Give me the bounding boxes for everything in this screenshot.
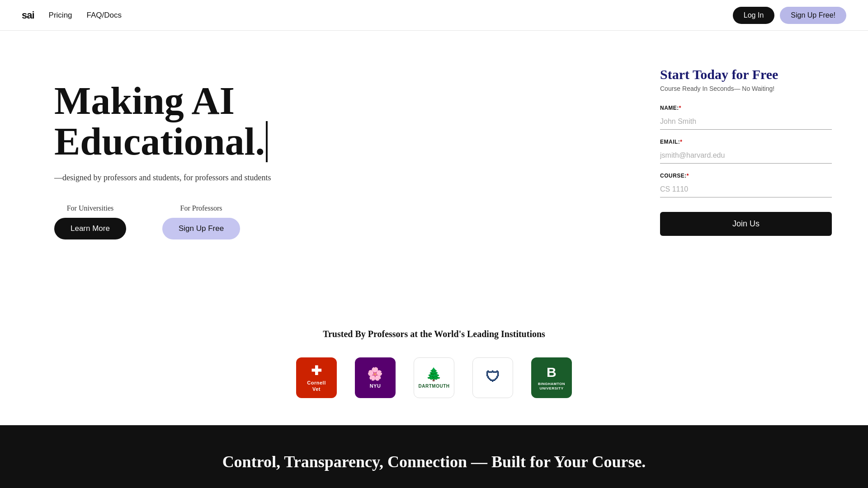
nyu-icon: 🌸 bbox=[367, 366, 383, 381]
nav-link-faq[interactable]: FAQ/Docs bbox=[87, 11, 122, 20]
signup-button-nav[interactable]: Sign Up Free! bbox=[780, 7, 846, 24]
email-field-group: EMAIL:* bbox=[660, 139, 832, 164]
name-input[interactable] bbox=[660, 114, 832, 130]
join-button[interactable]: Join Us bbox=[660, 212, 832, 236]
name-label: NAME:* bbox=[660, 105, 832, 111]
hero-cta-row: For Universities Learn More For Professo… bbox=[54, 204, 371, 239]
logo-binghamton: B BINGHAMTONUNIVERSITY bbox=[531, 357, 572, 398]
signup-free-button[interactable]: Sign Up Free bbox=[162, 218, 240, 239]
email-input[interactable] bbox=[660, 148, 832, 164]
trusted-title: Trusted By Professors at the World's Lea… bbox=[36, 329, 832, 339]
hero-title: Making AI Educational. bbox=[54, 80, 371, 162]
form-subtitle: Course Ready In Seconds— No Waiting! bbox=[660, 85, 832, 92]
nav-link-pricing[interactable]: Pricing bbox=[49, 11, 72, 20]
binghamton-icon: B bbox=[547, 365, 557, 380]
nav-right: Log In Sign Up Free! bbox=[733, 7, 846, 24]
hero-subtitle: —designed by professors and students, fo… bbox=[54, 173, 371, 183]
cta-professors: For Professors Sign Up Free bbox=[162, 204, 240, 239]
course-label: COURSE:* bbox=[660, 173, 832, 179]
logos-row: ✚ CornellVet 🌸 NYU 🌲 DARTMOUTH 🛡 B BINGH… bbox=[36, 357, 832, 398]
dark-section: Control, Transparency, Connection — Buil… bbox=[0, 425, 868, 488]
course-field-group: COURSE:* bbox=[660, 173, 832, 197]
dark-section-title: Control, Transparency, Connection — Buil… bbox=[36, 452, 832, 471]
cta-universities: For Universities Learn More bbox=[54, 204, 126, 239]
email-label: EMAIL:* bbox=[660, 139, 832, 145]
logo-cornell-vet: ✚ CornellVet bbox=[296, 357, 337, 398]
yale-icon: 🛡 bbox=[486, 369, 500, 385]
hero-left: Making AI Educational. —designed by prof… bbox=[54, 67, 371, 239]
dartmouth-icon: 🌲 bbox=[426, 367, 442, 382]
cta-universities-label: For Universities bbox=[67, 204, 114, 212]
logo-nyu: 🌸 NYU bbox=[355, 357, 396, 398]
trusted-section: Trusted By Professors at the World's Lea… bbox=[0, 311, 868, 425]
signup-form-card: Start Today for Free Course Ready In Sec… bbox=[660, 67, 832, 236]
navbar: sai Pricing FAQ/Docs Log In Sign Up Free… bbox=[0, 0, 868, 31]
cornell-icon: ✚ bbox=[311, 363, 322, 378]
logo-dartmouth: 🌲 DARTMOUTH bbox=[414, 357, 454, 398]
hero-section: Making AI Educational. —designed by prof… bbox=[0, 31, 868, 311]
site-logo: sai bbox=[22, 9, 34, 21]
cursor-blink bbox=[266, 121, 268, 162]
learn-more-button[interactable]: Learn More bbox=[54, 218, 126, 239]
name-field-group: NAME:* bbox=[660, 105, 832, 130]
nav-left: sai Pricing FAQ/Docs bbox=[22, 9, 122, 21]
form-title: Start Today for Free bbox=[660, 67, 832, 82]
login-button[interactable]: Log In bbox=[733, 7, 774, 24]
course-input[interactable] bbox=[660, 182, 832, 197]
logo-yale: 🛡 bbox=[472, 357, 513, 398]
cta-professors-label: For Professors bbox=[180, 204, 222, 212]
